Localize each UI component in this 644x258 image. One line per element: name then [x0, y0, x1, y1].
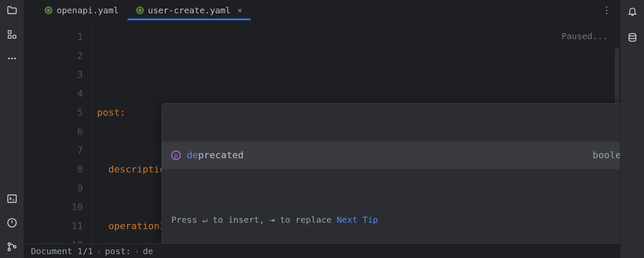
database-icon[interactable] — [626, 32, 638, 44]
svg-rect-0 — [8, 31, 11, 34]
breadcrumb-item[interactable]: Document 1/1 — [31, 246, 93, 256]
tab-user-create[interactable]: user-create.yaml × — [128, 0, 251, 20]
svg-rect-1 — [8, 35, 11, 38]
completion-rest: precated — [198, 146, 244, 165]
line-gutter: 1 2 3 4 5 6 7 8 9 10 11 12 — [24, 21, 93, 243]
breadcrumb-item[interactable]: post: — [105, 246, 131, 256]
line-number: 9 — [24, 179, 83, 198]
svg-point-5 — [14, 58, 16, 59]
tab-overflow-menu[interactable]: ⋮ — [602, 0, 620, 20]
code-editor[interactable]: Paused... post: description: "save user"… — [93, 21, 620, 243]
chevron-right-icon: › — [134, 246, 140, 256]
next-tip-link[interactable]: Next Tip — [337, 210, 378, 229]
chevron-right-icon: › — [97, 246, 102, 256]
right-toolbar — [620, 0, 644, 258]
line-number: 10 — [24, 198, 83, 217]
close-icon[interactable]: × — [237, 6, 242, 15]
left-toolbar — [0, 0, 24, 258]
svg-point-8 — [8, 243, 10, 245]
line-number: 4 — [24, 84, 83, 103]
line-number: 5 — [24, 103, 83, 122]
completion-item[interactable]: p deprecated boolean — [162, 141, 620, 169]
vcs-icon[interactable] — [6, 241, 18, 253]
completion-type: boolean — [592, 146, 620, 165]
line-number: 6 — [24, 122, 83, 141]
svg-rect-6 — [8, 195, 16, 202]
svg-point-9 — [8, 249, 10, 251]
line-number: 7 — [24, 141, 83, 160]
completion-hint: Press ↵ to insert, ⇥ to replace Next Tip… — [162, 207, 620, 233]
completion-popup: p deprecated boolean Press ↵ to insert, … — [161, 103, 620, 243]
svg-point-3 — [8, 58, 10, 59]
yaml-file-icon — [136, 6, 144, 14]
svg-rect-2 — [13, 35, 16, 38]
svg-point-4 — [11, 58, 13, 59]
notifications-icon[interactable] — [626, 5, 638, 17]
line-number: 12 — [24, 236, 83, 243]
breadcrumb-bar[interactable]: Document 1/1 › post: › de — [24, 243, 620, 258]
line-number: 8 — [24, 160, 83, 179]
tab-label: user-create.yaml — [148, 5, 231, 15]
debugger-status: Paused... — [562, 27, 608, 46]
svg-point-10 — [13, 246, 15, 248]
completion-match: de — [187, 146, 198, 165]
structure-icon[interactable] — [6, 28, 18, 40]
tab-bar: openapi.yaml user-create.yaml × ⋮ — [24, 0, 620, 21]
more-horizontal-icon[interactable] — [6, 52, 18, 64]
terminal-icon[interactable] — [6, 193, 18, 205]
tab-label: openapi.yaml — [57, 5, 119, 15]
property-icon: p — [171, 150, 181, 160]
enter-key-icon: ↵ — [202, 210, 207, 229]
line-number: 1 — [24, 28, 83, 46]
line-number: 2 — [24, 46, 83, 65]
tab-key-icon: ⇥ — [270, 210, 275, 229]
tab-openapi[interactable]: openapi.yaml — [36, 0, 128, 20]
problems-icon[interactable] — [6, 217, 18, 229]
editor-area: openapi.yaml user-create.yaml × ⋮ 1 2 3 … — [24, 0, 620, 258]
svg-point-11 — [629, 34, 636, 36]
yaml-file-icon — [45, 6, 52, 14]
folder-icon[interactable] — [6, 4, 18, 16]
breadcrumb-item[interactable]: de — [143, 246, 153, 256]
line-number: 11 — [24, 217, 83, 236]
line-number: 3 — [24, 65, 83, 84]
